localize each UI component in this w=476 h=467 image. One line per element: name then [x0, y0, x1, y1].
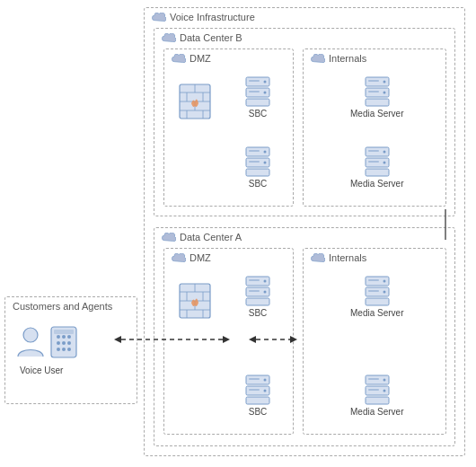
svg-point-80 — [67, 335, 71, 339]
media-server-a2-label: Media Server — [350, 407, 403, 417]
svg-point-14 — [264, 92, 267, 94]
svg-point-28 — [383, 92, 385, 94]
svg-point-27 — [383, 81, 385, 84]
dmz-a-label: DMZ — [172, 252, 211, 263]
cloud-icon-intb — [311, 54, 325, 64]
firewall-a-node — [179, 283, 211, 319]
sbc-b2-label: SBC — [249, 179, 268, 189]
customers-agents-label: Customers and Agents — [13, 301, 112, 312]
media-server-a2-icon — [365, 374, 390, 405]
svg-rect-16 — [249, 91, 260, 93]
sbc-b2-node: SBC — [245, 146, 270, 189]
cloud-icon-vi — [152, 13, 166, 22]
svg-rect-61 — [249, 389, 260, 391]
media-server-b1-node: Media Server — [350, 76, 403, 119]
dmz-b-region: DMZ — [163, 48, 294, 207]
svg-point-58 — [264, 379, 267, 382]
svg-rect-22 — [249, 150, 260, 152]
svg-rect-57 — [246, 397, 269, 404]
media-server-a1-label: Media Server — [350, 308, 403, 318]
svg-point-76 — [23, 328, 38, 342]
media-server-a1-icon — [365, 276, 390, 306]
sbc-a2-node: SBC — [245, 374, 270, 417]
svg-rect-12 — [246, 99, 269, 106]
media-server-a2-node: Media Server — [350, 374, 403, 417]
svg-point-66 — [383, 291, 385, 294]
cloud-icon-dmzb — [172, 54, 186, 64]
svg-rect-23 — [249, 161, 260, 163]
svg-rect-67 — [368, 279, 379, 281]
svg-rect-26 — [366, 99, 389, 106]
svg-point-72 — [383, 379, 385, 382]
svg-rect-75 — [368, 389, 379, 391]
svg-rect-37 — [368, 161, 379, 163]
cloud-icon-dcb — [162, 33, 176, 43]
data-center-a-region: Data Center A DMZ — [154, 227, 455, 446]
svg-rect-30 — [368, 91, 379, 93]
cloud-icon-dmza — [172, 253, 186, 263]
svg-rect-71 — [366, 397, 389, 404]
media-server-a1-node: Media Server — [350, 276, 403, 318]
internals-b-region: Internals — [303, 48, 446, 207]
voice-infrastructure-region: Voice Infrastructure Data Center B — [144, 7, 465, 456]
svg-rect-54 — [249, 290, 260, 292]
svg-point-13 — [264, 81, 267, 84]
voice-user-label: Voice User — [20, 366, 63, 375]
sbc-a1-icon — [245, 276, 270, 306]
svg-rect-74 — [368, 378, 379, 380]
voice-user-phone-icon — [50, 326, 77, 360]
sbc-b1-label: SBC — [249, 109, 268, 119]
voice-user-person-icon — [16, 326, 45, 360]
svg-point-65 — [383, 280, 385, 283]
svg-point-59 — [264, 390, 267, 392]
firewall-b-node — [179, 84, 211, 119]
internals-a-label: Internals — [311, 252, 366, 263]
svg-rect-19 — [246, 169, 269, 176]
svg-rect-60 — [249, 378, 260, 380]
cloud-icon-dca — [162, 233, 176, 242]
svg-rect-33 — [366, 169, 389, 176]
firewall-b-icon — [179, 84, 211, 119]
media-server-b2-icon — [365, 146, 390, 177]
media-server-b2-node: Media Server — [350, 146, 403, 189]
svg-point-85 — [62, 348, 66, 351]
svg-rect-36 — [368, 150, 379, 152]
svg-point-34 — [383, 151, 385, 154]
svg-point-51 — [264, 280, 267, 283]
svg-point-82 — [62, 341, 66, 345]
sbc-b2-icon — [245, 146, 270, 177]
svg-rect-64 — [366, 298, 389, 305]
svg-rect-50 — [246, 298, 269, 305]
svg-point-84 — [57, 348, 60, 351]
media-server-b1-icon — [365, 76, 390, 107]
svg-point-86 — [67, 348, 71, 351]
media-server-b2-label: Media Server — [350, 179, 403, 189]
media-server-b1-label: Media Server — [350, 109, 403, 119]
dmz-a-region: DMZ — [163, 248, 294, 435]
dmz-b-label: DMZ — [172, 53, 211, 64]
svg-point-20 — [264, 151, 267, 154]
sbc-b1-node: SBC — [245, 76, 270, 119]
svg-point-73 — [383, 390, 385, 392]
svg-point-79 — [62, 335, 66, 339]
svg-point-83 — [67, 341, 71, 345]
internals-a-region: Internals — [303, 248, 446, 435]
svg-rect-68 — [368, 290, 379, 292]
diagram-canvas: Voice Infrastructure Data Center B — [0, 0, 476, 467]
firewall-a-icon — [179, 283, 211, 319]
sbc-b1-icon — [245, 76, 270, 107]
svg-rect-29 — [368, 80, 379, 82]
svg-rect-87 — [54, 330, 74, 334]
data-center-b-label: Data Center B — [162, 32, 242, 43]
sbc-a1-node: SBC — [245, 276, 270, 318]
voice-infrastructure-label: Voice Infrastructure — [152, 12, 255, 22]
cloud-icon-inta — [311, 253, 325, 263]
svg-point-81 — [57, 341, 60, 345]
svg-point-35 — [383, 162, 385, 164]
svg-point-21 — [264, 162, 267, 164]
svg-rect-53 — [249, 279, 260, 281]
data-center-a-label: Data Center A — [162, 232, 242, 242]
customers-agents-region: Customers and Agents — [4, 296, 137, 404]
sbc-a2-icon — [245, 374, 270, 405]
sbc-a2-label: SBC — [249, 407, 268, 417]
